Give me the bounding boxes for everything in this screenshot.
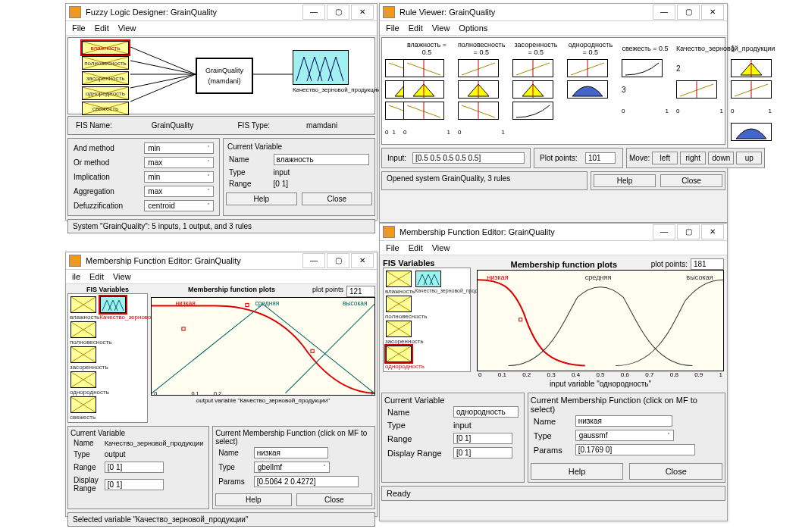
close-button[interactable]: ✕ [701, 5, 724, 20]
menu-file[interactable]: File [386, 243, 400, 252]
rv-col-header-4: свежесть = 0.5 [622, 45, 669, 52]
input-var-3[interactable]: однородность [86, 90, 125, 97]
close-panel-button[interactable]: Close [296, 493, 372, 506]
menu-file[interactable]: File [72, 23, 86, 33]
menu-view[interactable]: View [118, 23, 136, 33]
var-block-2[interactable] [386, 321, 412, 337]
var-block-3[interactable] [386, 346, 412, 362]
mf1-plot[interactable]: низкаясредняявысокая 01 0.10.2 [151, 297, 375, 396]
mf2-plot[interactable]: низкаясредняявысокая [477, 270, 724, 371]
input-var-4[interactable]: свежесть [92, 105, 118, 112]
menu-file[interactable]: ile [72, 272, 80, 281]
rule-cell[interactable] [622, 59, 663, 77]
close-panel-button[interactable]: Close [660, 174, 722, 187]
rule-cell[interactable] [512, 59, 553, 77]
input-var-0[interactable]: влажность [90, 45, 120, 52]
cmf-name-field[interactable] [575, 415, 672, 427]
close-button[interactable]: ✕ [351, 253, 374, 268]
minimize-button[interactable]: — [302, 5, 325, 20]
plot-points-field[interactable] [346, 286, 375, 297]
var-block-1[interactable] [70, 321, 96, 338]
mf-editor-1-window[interactable]: Membership Function Editor: GrainQuality… [65, 252, 378, 517]
help-button[interactable]: Help [226, 192, 297, 205]
rule-cell[interactable] [458, 59, 499, 77]
close-panel-button[interactable]: Close [302, 192, 373, 205]
var-block-0[interactable] [386, 271, 412, 287]
input-var-1[interactable]: полновесность [84, 60, 126, 67]
close-button[interactable]: ✕ [701, 224, 724, 239]
cmf-params-field[interactable] [575, 444, 695, 455]
aggregation-select[interactable]: max [144, 186, 214, 197]
rule-grid[interactable]: влажность = 0.5полновесность = 0.5засоре… [381, 37, 725, 145]
rule-cell[interactable] [731, 59, 772, 77]
rule-cell[interactable] [458, 80, 499, 99]
implication-select[interactable]: min [144, 171, 214, 183]
cmf-type-select[interactable]: gaussmf [575, 430, 674, 441]
var-block-output[interactable] [415, 271, 441, 287]
menu-edit[interactable]: Edit [409, 243, 423, 252]
var-block-2[interactable] [70, 346, 96, 363]
cmf-type-select[interactable]: gbellmf [254, 462, 330, 473]
menu-edit[interactable]: Edit [89, 272, 104, 281]
rule-cell[interactable] [676, 80, 717, 99]
minimize-button[interactable]: — [653, 5, 675, 20]
maximize-button[interactable]: ▢ [327, 253, 349, 268]
rule-cell[interactable] [403, 102, 444, 120]
menu-options[interactable]: Options [459, 23, 487, 33]
minimize-button[interactable]: — [653, 224, 675, 239]
fis-system-block[interactable]: GrainQuality (mamdani) [196, 58, 253, 94]
var-block-0[interactable] [70, 296, 96, 313]
rule-cell[interactable] [567, 80, 608, 99]
rule-viewer-window[interactable]: Rule Viewer: GrainQuality —▢✕ FileEditVi… [379, 3, 728, 223]
menu-file[interactable]: File [386, 23, 400, 33]
var-block-output[interactable] [100, 296, 126, 313]
or-method-select[interactable]: max [144, 157, 214, 168]
maximize-button[interactable]: ▢ [327, 5, 349, 20]
cmf-params-field[interactable] [254, 476, 359, 487]
minimize-button[interactable]: — [302, 253, 325, 268]
menu-view[interactable]: View [113, 272, 131, 281]
defuzz-select[interactable]: centroid [144, 200, 214, 211]
output-var-block[interactable] [293, 50, 349, 85]
cv-drange-field[interactable] [105, 479, 164, 490]
var-block-3[interactable] [70, 371, 96, 388]
close-panel-button[interactable]: Close [629, 463, 722, 480]
move-down-button[interactable]: down [708, 152, 734, 164]
cv-drange-field[interactable] [453, 447, 512, 458]
plot-points-field[interactable] [691, 258, 724, 270]
rule-cell[interactable] [403, 59, 444, 77]
move-right-button[interactable]: right [680, 152, 706, 164]
var-block-1[interactable] [386, 296, 412, 312]
fis-diagram[interactable]: влажность полновесность засоренность одн… [67, 37, 375, 114]
rule-cell[interactable] [731, 80, 772, 99]
close-button[interactable]: ✕ [351, 5, 374, 20]
titlebar[interactable]: Fuzzy Logic Designer: GrainQuality — ▢ ✕ [66, 4, 377, 21]
cv-range-field[interactable] [105, 462, 164, 473]
rule-cell[interactable] [512, 80, 553, 99]
rule-cell[interactable] [403, 80, 444, 99]
menu-edit[interactable]: Edit [95, 23, 109, 33]
menu-view[interactable]: View [432, 23, 450, 33]
rule-cell[interactable] [567, 59, 608, 77]
rule-cell[interactable] [512, 102, 553, 120]
aggregate-output-cell[interactable] [731, 123, 772, 141]
move-left-button[interactable]: left [652, 152, 678, 164]
plot-points-field[interactable] [585, 152, 616, 164]
input-field[interactable] [412, 152, 525, 164]
fuzzy-logic-designer-window[interactable]: Fuzzy Logic Designer: GrainQuality — ▢ ✕… [65, 3, 378, 221]
move-up-button[interactable]: up [736, 152, 762, 164]
menu-view[interactable]: View [432, 243, 450, 252]
input-var-2[interactable]: засоренность [86, 75, 125, 82]
help-button[interactable]: Help [215, 493, 291, 506]
help-button[interactable]: Help [594, 174, 656, 187]
menu-edit[interactable]: Edit [409, 23, 423, 33]
cmf-name-field[interactable] [254, 447, 328, 458]
rule-cell[interactable] [458, 102, 499, 120]
var-block-4[interactable] [70, 396, 96, 413]
maximize-button[interactable]: ▢ [677, 224, 700, 239]
mf-editor-2-window[interactable]: Membership Function Editor: GrainQuality… [379, 223, 728, 521]
maximize-button[interactable]: ▢ [677, 5, 700, 20]
and-method-select[interactable]: min [144, 142, 214, 154]
cv-range-field[interactable] [453, 433, 512, 444]
help-button[interactable]: Help [531, 463, 624, 480]
